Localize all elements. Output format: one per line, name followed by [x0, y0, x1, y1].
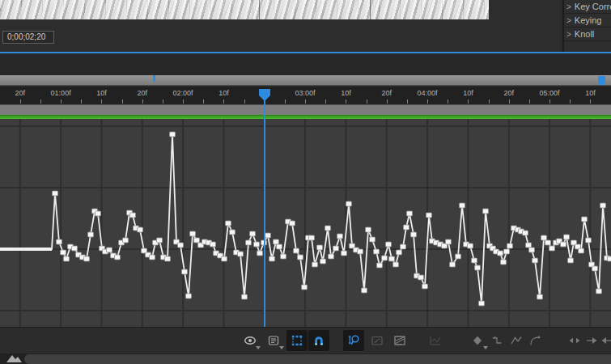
keyframe[interactable] [426, 213, 432, 218]
keyframe[interactable] [592, 266, 598, 271]
keyframe[interactable] [190, 231, 196, 236]
keyframe[interactable] [84, 256, 90, 261]
navigator-end-handle[interactable] [598, 76, 605, 85]
keyframe[interactable] [362, 288, 367, 293]
keyframe[interactable] [545, 240, 551, 245]
keyframe[interactable] [329, 254, 334, 259]
work-area-bar[interactable] [0, 104, 611, 115]
keyframe[interactable] [446, 239, 452, 244]
fit-selection-button[interactable] [367, 330, 388, 351]
keyframe[interactable] [309, 235, 315, 240]
keyframe[interactable] [564, 235, 570, 239]
keyframe[interactable] [483, 209, 489, 214]
keyframe[interactable] [250, 231, 256, 236]
keyframe[interactable] [157, 238, 163, 243]
keyframe[interactable] [186, 294, 192, 298]
edit-selected-keyframes-button[interactable] [467, 330, 488, 351]
keyframe[interactable] [366, 227, 371, 232]
keyframe[interactable] [504, 249, 510, 254]
time-navigator-bar[interactable] [0, 75, 611, 86]
keyframe[interactable] [61, 250, 66, 255]
keyframe[interactable] [57, 239, 62, 244]
keyframe[interactable] [358, 249, 363, 254]
timecode-field[interactable]: 0;00;02;20 [2, 31, 54, 44]
effect-category-knoll[interactable]: >Knoll [564, 28, 611, 41]
keyframe[interactable] [501, 260, 507, 265]
effect-category-keying[interactable]: >Keying [564, 14, 611, 28]
keyframe[interactable] [115, 255, 121, 260]
keyframe[interactable] [257, 251, 263, 256]
keyframe[interactable] [210, 242, 216, 247]
keyframe[interactable] [150, 255, 155, 260]
keyframe[interactable] [170, 132, 176, 137]
keyframe[interactable] [418, 275, 424, 280]
keyframe[interactable] [346, 201, 352, 206]
keyframe[interactable] [596, 289, 602, 294]
keyframe[interactable] [274, 239, 279, 244]
keyframe[interactable] [294, 248, 299, 253]
keyframe[interactable] [138, 227, 143, 232]
keyframe[interactable] [226, 221, 231, 226]
keyframe[interactable] [123, 238, 129, 243]
graph-editor[interactable] [0, 119, 611, 327]
keyframe[interactable] [549, 246, 555, 251]
keyframe[interactable] [88, 232, 94, 237]
keyframe[interactable] [374, 249, 380, 254]
keyframe[interactable] [95, 211, 101, 216]
keyframe[interactable] [529, 248, 535, 252]
keyframe[interactable] [472, 258, 477, 263]
keyframe[interactable] [407, 211, 413, 216]
zoom-mountain-icon[interactable] [5, 354, 23, 363]
horizontal-scrollbar[interactable] [24, 354, 611, 364]
keyframe[interactable] [561, 242, 566, 247]
keyframe[interactable] [165, 256, 171, 261]
keyframe[interactable] [579, 248, 584, 253]
keyframe[interactable] [342, 251, 347, 256]
time-ruler[interactable]: 20f01:00f10f20f02:00f10f20f03:00f10f20f0… [0, 87, 611, 104]
snap-button[interactable] [308, 330, 329, 351]
keyframe[interactable] [222, 256, 227, 261]
keyframe[interactable] [468, 243, 473, 248]
choose-graph-type-button[interactable] [240, 330, 261, 351]
keyframe[interactable] [397, 250, 402, 255]
keyframe[interactable] [64, 256, 70, 261]
fit-all-button[interactable] [389, 330, 410, 351]
keyframe[interactable] [404, 225, 409, 230]
keyframe[interactable] [337, 234, 343, 239]
easy-ease-out-button[interactable] [596, 330, 611, 351]
keyframe[interactable] [246, 240, 252, 245]
keyframe[interactable] [238, 252, 244, 256]
keyframe[interactable] [422, 284, 428, 289]
separate-dimensions-button[interactable] [425, 330, 446, 351]
keyframe[interactable] [498, 251, 503, 256]
keyframe[interactable] [401, 244, 406, 249]
keyframe[interactable] [507, 243, 513, 248]
auto-zoom-graph-button[interactable] [343, 330, 364, 351]
keyframe[interactable] [460, 203, 465, 208]
keyframe[interactable] [526, 243, 532, 248]
choose-properties-filter-button[interactable] [263, 330, 284, 351]
keyframe[interactable] [72, 246, 78, 251]
keyframe[interactable] [281, 254, 286, 259]
navigator-marker[interactable] [153, 75, 155, 82]
effect-category-key-correct[interactable]: >Key Correct [564, 0, 611, 14]
keyframe[interactable] [107, 248, 112, 252]
keyframe[interactable] [608, 256, 611, 261]
keyframe[interactable] [456, 254, 461, 259]
keyframe[interactable] [53, 191, 58, 196]
keyframe[interactable] [130, 213, 136, 218]
keyframe[interactable] [393, 262, 399, 267]
keyframe[interactable] [537, 294, 543, 299]
keyframe[interactable] [302, 285, 308, 290]
keyframe[interactable] [382, 256, 388, 260]
keyframe[interactable] [411, 232, 417, 237]
keyframe[interactable] [242, 294, 248, 299]
show-transform-box-button[interactable] [286, 330, 308, 351]
keyframe[interactable] [194, 238, 200, 243]
keyframe[interactable] [568, 258, 574, 263]
keyframe[interactable] [377, 263, 383, 268]
keyframe[interactable] [523, 231, 528, 235]
keyframe[interactable] [389, 256, 395, 261]
keyframe[interactable] [479, 301, 485, 306]
playhead-line[interactable] [264, 100, 265, 327]
